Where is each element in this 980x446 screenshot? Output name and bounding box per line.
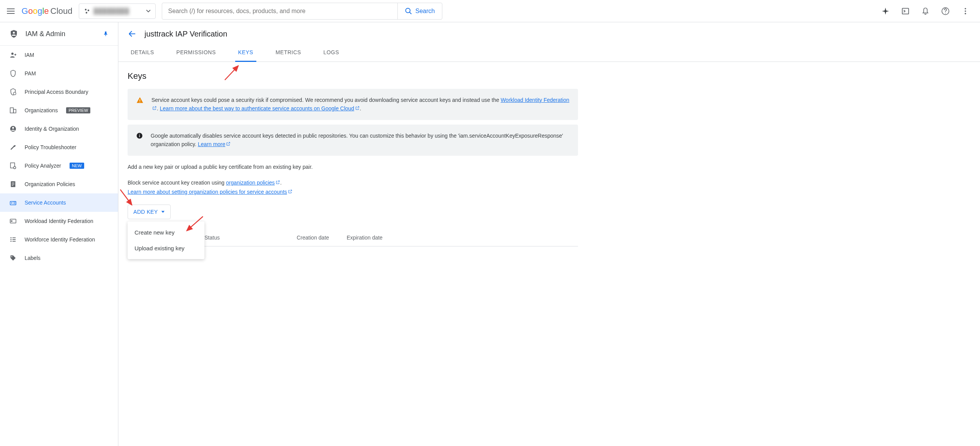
svg-rect-41 xyxy=(139,134,140,135)
svg-point-2 xyxy=(85,12,87,13)
svg-rect-29 xyxy=(11,220,12,221)
svg-line-4 xyxy=(409,12,411,14)
search-button[interactable]: Search xyxy=(397,3,442,19)
sidebar-item-workforce-identity-federation[interactable]: Workforce Identity Federation xyxy=(0,230,118,249)
pin-icon[interactable] xyxy=(103,31,109,37)
sidebar-item-label: Labels xyxy=(25,255,40,261)
sidebar-item-label: IAM xyxy=(25,52,34,58)
analyzer-icon xyxy=(9,162,17,170)
sidebar-item-policy-analyzer[interactable]: Policy Analyzer NEW xyxy=(0,156,118,175)
shield-icon xyxy=(9,70,17,77)
search-bar: Search xyxy=(162,3,442,20)
svg-point-13 xyxy=(13,92,16,95)
gemini-icon[interactable] xyxy=(881,7,890,16)
warning-text: Service account keys could pose a securi… xyxy=(151,96,570,113)
sidebar-item-identity-organization[interactable]: Identity & Organization xyxy=(0,120,118,138)
column-header-expiration: Expiration date xyxy=(347,235,398,241)
page-title: justtrack IAP Verification xyxy=(145,30,227,38)
sidebar-item-policy-troubleshooter[interactable]: Policy Troubleshooter xyxy=(0,138,118,156)
text-segment: . xyxy=(157,105,160,112)
menu-icon[interactable] xyxy=(6,7,15,16)
add-key-button-label: ADD KEY xyxy=(133,209,158,215)
project-icon xyxy=(84,8,91,15)
dropdown-item-upload-existing-key[interactable]: Upload existing key xyxy=(128,240,204,256)
google-cloud-logo[interactable]: Google Cloud xyxy=(22,6,73,16)
sidebar-title: IAM & Admin xyxy=(25,30,65,38)
description-text: Block service account key creation using… xyxy=(128,178,578,197)
svg-point-10 xyxy=(965,13,966,14)
sidebar-item-label: Policy Analyzer xyxy=(25,163,61,169)
sidebar-item-label: Organizations xyxy=(25,107,58,113)
sidebar-item-label: Workforce Identity Federation xyxy=(25,236,95,243)
dropdown-item-create-new-key[interactable]: Create new key xyxy=(128,225,204,240)
tab-permissions[interactable]: PERMISSIONS xyxy=(173,44,219,62)
link-learn-more-auth[interactable]: Learn more about the best way to authent… xyxy=(160,105,360,112)
tag-icon xyxy=(9,254,17,262)
sidebar-item-label: Organization Policies xyxy=(25,181,75,187)
sidebar-item-principal-access-boundary[interactable]: Principal Access Boundary xyxy=(0,83,118,101)
help-icon[interactable] xyxy=(941,7,950,16)
link-learn-more-exposure[interactable]: Learn more xyxy=(198,141,231,147)
info-text: Google automatically disables service ac… xyxy=(151,131,570,149)
notifications-icon[interactable] xyxy=(921,7,930,16)
sidebar-item-organization-policies[interactable]: Organization Policies xyxy=(0,175,118,193)
text-segment: . xyxy=(360,105,361,112)
column-header-status: Status xyxy=(204,235,297,241)
text-segment: Block service account key creation using xyxy=(128,180,226,186)
document-icon xyxy=(9,180,17,188)
back-arrow-icon[interactable] xyxy=(128,29,137,38)
account-icon xyxy=(9,125,17,133)
svg-point-12 xyxy=(11,53,13,55)
person-add-icon xyxy=(9,51,17,59)
sidebar-item-workload-identity-federation[interactable]: Workload Identity Federation xyxy=(0,212,118,230)
org-icon xyxy=(9,107,17,114)
sidebar-item-labels[interactable]: Labels xyxy=(0,249,118,267)
svg-point-11 xyxy=(13,32,15,34)
more-icon[interactable] xyxy=(961,7,970,16)
new-badge: NEW xyxy=(70,163,84,169)
svg-point-25 xyxy=(11,202,12,203)
svg-point-8 xyxy=(965,8,966,9)
service-account-icon xyxy=(9,199,17,206)
tab-keys[interactable]: KEYS xyxy=(235,44,256,62)
top-header: Google Cloud ████████ Search xyxy=(0,0,980,22)
sidebar-item-organizations[interactable]: Organizations PREVIEW xyxy=(0,101,118,120)
tab-metrics[interactable]: METRICS xyxy=(272,44,304,62)
list-icon xyxy=(9,236,17,243)
main-content: justtrack IAP Verification DETAILS PERMI… xyxy=(118,22,980,446)
svg-point-7 xyxy=(945,13,946,13)
svg-point-9 xyxy=(965,10,966,12)
svg-point-1 xyxy=(87,9,89,11)
sidebar-item-label: Policy Troubleshooter xyxy=(25,144,76,150)
description-text: Add a new key pair or upload a public ke… xyxy=(128,163,578,172)
section-title: Keys xyxy=(128,71,578,81)
info-icon xyxy=(136,131,143,139)
warning-text-segment: Service account keys could pose a securi… xyxy=(151,97,501,103)
add-key-button[interactable]: ADD KEY xyxy=(128,205,171,219)
svg-rect-40 xyxy=(139,135,140,137)
svg-rect-38 xyxy=(140,102,140,102)
sidebar-item-iam[interactable]: IAM xyxy=(0,46,118,64)
svg-rect-14 xyxy=(10,108,13,113)
search-input[interactable] xyxy=(162,8,397,15)
sidebar-item-label: PAM xyxy=(25,70,36,77)
external-link-icon xyxy=(288,189,292,194)
wrench-icon xyxy=(9,143,17,151)
sidebar-item-service-accounts[interactable]: Service Accounts xyxy=(0,193,118,212)
link-org-policies[interactable]: organization policies xyxy=(226,180,280,186)
svg-point-17 xyxy=(12,127,14,129)
external-link-icon xyxy=(276,180,280,185)
svg-point-36 xyxy=(11,256,12,257)
svg-rect-24 xyxy=(10,201,16,205)
sidebar-item-pam[interactable]: PAM xyxy=(0,64,118,83)
tab-details[interactable]: DETAILS xyxy=(128,44,157,62)
cloud-shell-icon[interactable] xyxy=(901,7,910,16)
chevron-down-icon xyxy=(146,9,151,13)
external-link-icon xyxy=(226,141,231,146)
link-learn-more-org-policies[interactable]: Learn more about setting organization po… xyxy=(128,189,292,195)
svg-rect-30 xyxy=(10,237,12,238)
svg-rect-32 xyxy=(10,241,12,242)
sidebar-header: IAM & Admin xyxy=(0,22,118,46)
project-selector[interactable]: ████████ xyxy=(79,3,156,19)
tab-logs[interactable]: LOGS xyxy=(320,44,342,62)
